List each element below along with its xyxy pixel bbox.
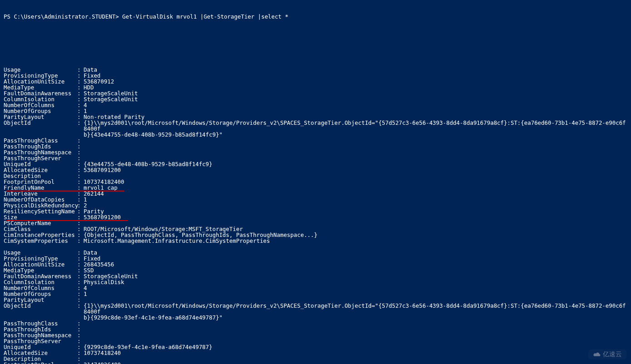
property-key: FriendlyName [4, 185, 77, 191]
separator: : [77, 362, 84, 364]
prompt-line: PS C:\Users\Administrator.STUDENT> Get-V… [4, 14, 627, 20]
property-value: PhysicalDisk [84, 279, 124, 285]
separator: : [77, 303, 84, 309]
property-row-objectid: ObjectId: {1}\\mys2d001\root/Microsoft/W… [4, 120, 627, 132]
blank-line [4, 31, 627, 37]
property-value: 53687091200 [84, 214, 121, 220]
property-value: {1}\\mys2d001\root/Microsoft/Windows/Sto… [84, 120, 626, 132]
property-row-passthroughnamespace: PassThroughNamespace: [4, 149, 627, 155]
property-key: ObjectId [4, 303, 77, 309]
property-row-numberofcolumns: NumberOfColumns: 4 [4, 285, 627, 291]
property-value: 53687091200 [84, 167, 121, 173]
property-row-objectid: ObjectId: {1}\\mys2d001\root/Microsoft/W… [4, 303, 627, 315]
property-value: Microsoft.Management.Infrastructure.CimS… [84, 238, 270, 244]
property-value: StorageScaleUnit [84, 96, 138, 102]
blank-line [4, 244, 627, 250]
property-key: Size [4, 214, 77, 220]
blank-line [4, 49, 627, 55]
property-row-columnisolation: ColumnIsolation: PhysicalDisk [4, 279, 627, 285]
property-row-numberofgroups: NumberOfGroups: 1 [4, 291, 627, 297]
separator: : [77, 185, 84, 191]
terminal-output[interactable]: PS C:\Users\Administrator.STUDENT> Get-V… [0, 0, 631, 364]
property-value: 1 [84, 291, 87, 297]
property-row-passthroughids: PassThroughIds: [4, 326, 627, 332]
property-key: ObjectId [4, 120, 77, 126]
property-row-numberofcolumns: NumberOfColumns: 4 [4, 102, 627, 108]
property-value: 21474836480 [84, 362, 121, 364]
watermark-text: 亿速云 [603, 350, 622, 358]
property-row-passthroughclass: PassThroughClass: [4, 138, 627, 143]
property-row-footprintonpool: FootprintOnPool: 21474836480 [4, 362, 627, 364]
separator: : [77, 238, 84, 244]
property-row-allocatedsize: AllocatedSize: 53687091200 [4, 167, 627, 173]
property-value: mrvol1_cap [84, 185, 118, 191]
property-key: CimSystemProperties [4, 238, 77, 244]
property-row-friendlyname: FriendlyName: mrvol1_cap [4, 185, 627, 191]
property-row-columnisolation: ColumnIsolation: StorageScaleUnit [4, 96, 627, 102]
property-row-allocationunitsize: AllocationUnitSize: 536870912 [4, 79, 627, 84]
property-row-numberofdatacopies: NumberOfDataCopies: 1 [4, 197, 627, 202]
property-key: FootprintOnPool [4, 362, 77, 364]
property-row-cimsystemproperties: CimSystemProperties: Microsoft.Managemen… [4, 238, 627, 244]
property-row-allocationunitsize: AllocationUnitSize: 268435456 [4, 261, 627, 267]
property-value-wrap: b}{43e44755-de48-408b-9529-b85ad8f14fc9}… [4, 132, 627, 138]
property-row-allocatedsize: AllocatedSize: 10737418240 [4, 350, 627, 356]
property-row-size: Size: 53687091200 [4, 214, 627, 220]
watermark-logo: 亿速云 [588, 349, 626, 359]
property-row-passthroughids: PassThroughIds: [4, 143, 627, 149]
property-row-passthroughnamespace: PassThroughNamespace: [4, 332, 627, 338]
property-value: 10737418240 [84, 350, 121, 356]
separator: : [77, 214, 84, 220]
property-row-passthroughclass: PassThroughClass: [4, 320, 627, 326]
property-value-wrap: b}{9299c8de-93ef-4c1e-9fea-a68d74e49787}… [4, 315, 627, 320]
cloud-icon [593, 351, 601, 358]
separator: : [77, 120, 84, 126]
property-value: {1}\\mys2d001\root/Microsoft/Windows/Sto… [84, 303, 626, 315]
